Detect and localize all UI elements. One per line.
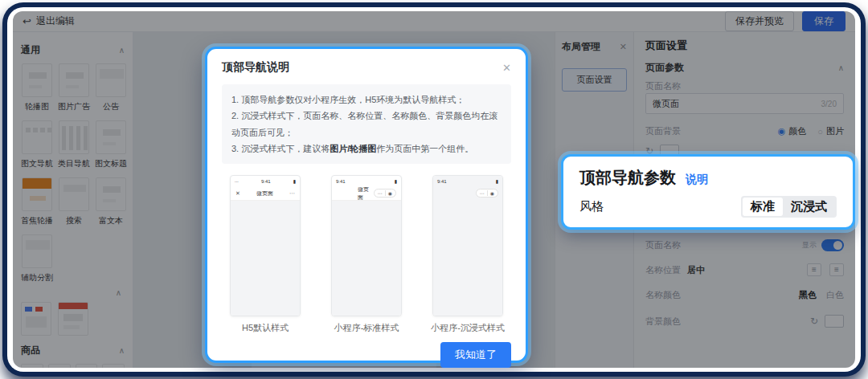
miniprogram-capsule: ⋯ ◉ bbox=[476, 189, 498, 198]
phone-preview-immersive: 9:41 ▮ ⋯ ◉ 小程序-沉浸式样式 bbox=[424, 175, 511, 334]
callout-header: 顶部导航参数 说明 bbox=[579, 167, 837, 189]
phone-body bbox=[332, 201, 401, 316]
style-option-standard[interactable]: 标准 bbox=[743, 198, 783, 216]
phone-style-label: 小程序-沉浸式样式 bbox=[431, 322, 505, 334]
style-option-immersive[interactable]: 沉浸式 bbox=[783, 198, 835, 216]
phone-nav-title: 微页面 bbox=[256, 190, 273, 198]
miniprogram-capsule: ⋯ ◉ bbox=[374, 189, 396, 198]
more-icon: ⋯ bbox=[378, 190, 383, 196]
status-time: 9:41 bbox=[437, 179, 447, 184]
phone-mock: 9:41 ▮ 微页面 ⋯ ◉ bbox=[331, 175, 402, 316]
callout-title: 顶部导航参数 bbox=[579, 167, 676, 189]
phone-status-bar: 9:41 ▮ bbox=[433, 176, 502, 186]
capsule-divider bbox=[487, 190, 488, 196]
status-time: 9:41 bbox=[336, 179, 346, 184]
phone-mock: ∙∙∙ 9:41 ▮ ✕ 微页面 ⋯ bbox=[230, 175, 301, 316]
note-line-3-bold: 图片/轮播图 bbox=[330, 144, 376, 153]
phone-style-label: H5默认样式 bbox=[242, 322, 289, 334]
help-link[interactable]: 说明 bbox=[686, 173, 708, 187]
battery-icon: ▮ bbox=[496, 178, 498, 184]
phone-previews: ∙∙∙ 9:41 ▮ ✕ 微页面 ⋯ H5默认样式 bbox=[222, 175, 511, 334]
capsule-row: ⋯ ◉ bbox=[433, 186, 502, 198]
top-nav-help-modal: 顶部导航说明 ✕ 1. 顶部导航参数仅对小程序生效，H5环境为默认导航样式； 2… bbox=[205, 47, 528, 363]
screenshot-frame: ↩ 退出编辑 保存并预览 保存 通用 ∧ 轮播图 图片广告 bbox=[0, 0, 868, 379]
note-line-3-prefix: 3. 沉浸式样式下，建议将 bbox=[231, 144, 330, 153]
target-icon: ◉ bbox=[490, 190, 494, 196]
note-line-3-suffix: 作为页面中第一个组件。 bbox=[376, 144, 473, 153]
confirm-button[interactable]: 我知道了 bbox=[440, 342, 511, 368]
more-icon: ⋯ bbox=[289, 190, 295, 197]
modal-footer: 我知道了 bbox=[222, 342, 511, 368]
status-time: 9:41 bbox=[261, 179, 271, 184]
style-row: 风格 标准 沉浸式 bbox=[579, 196, 837, 218]
phone-preview-h5: ∙∙∙ 9:41 ▮ ✕ 微页面 ⋯ H5默认样式 bbox=[222, 175, 309, 334]
battery-icon: ▮ bbox=[293, 178, 296, 184]
phone-body bbox=[231, 201, 300, 316]
modal-title: 顶部导航说明 bbox=[222, 60, 289, 75]
battery-icon: ▮ bbox=[395, 178, 397, 184]
style-label: 风格 bbox=[579, 199, 604, 214]
capsule-divider bbox=[385, 190, 386, 196]
phone-preview-standard: 9:41 ▮ 微页面 ⋯ ◉ 小程序-标准样式 bbox=[323, 175, 410, 334]
phone-nav-bar: ✕ 微页面 ⋯ bbox=[231, 186, 300, 201]
style-segmented-control: 标准 沉浸式 bbox=[741, 196, 837, 218]
target-icon: ◉ bbox=[388, 190, 392, 196]
phone-style-label: 小程序-标准样式 bbox=[334, 322, 399, 334]
phone-body bbox=[433, 198, 502, 316]
modal-header: 顶部导航说明 ✕ bbox=[222, 60, 511, 75]
note-line-2: 2. 沉浸式样式下，页面名称、名称位置、名称颜色、背景颜色均在滚动页面后可见； bbox=[231, 108, 502, 141]
modal-notes: 1. 顶部导航参数仅对小程序生效，H5环境为默认导航样式； 2. 沉浸式样式下，… bbox=[222, 84, 511, 164]
close-icon: ✕ bbox=[235, 190, 240, 197]
phone-nav-bar: 微页面 ⋯ ◉ bbox=[332, 186, 401, 201]
top-nav-params-callout: 顶部导航参数 说明 风格 标准 沉浸式 bbox=[561, 154, 855, 230]
phone-status-bar: ∙∙∙ 9:41 ▮ bbox=[231, 176, 300, 186]
phone-mock: 9:41 ▮ ⋯ ◉ bbox=[432, 175, 503, 316]
note-line-1: 1. 顶部导航参数仅对小程序生效，H5环境为默认导航样式； bbox=[231, 92, 502, 108]
close-icon[interactable]: ✕ bbox=[502, 62, 511, 74]
note-line-3: 3. 沉浸式样式下，建议将图片/轮播图作为页面中第一个组件。 bbox=[231, 141, 502, 157]
signal-icon: ∙∙∙ bbox=[235, 179, 239, 184]
more-icon: ⋯ bbox=[480, 190, 485, 196]
phone-nav-title: 微页面 bbox=[358, 185, 374, 202]
